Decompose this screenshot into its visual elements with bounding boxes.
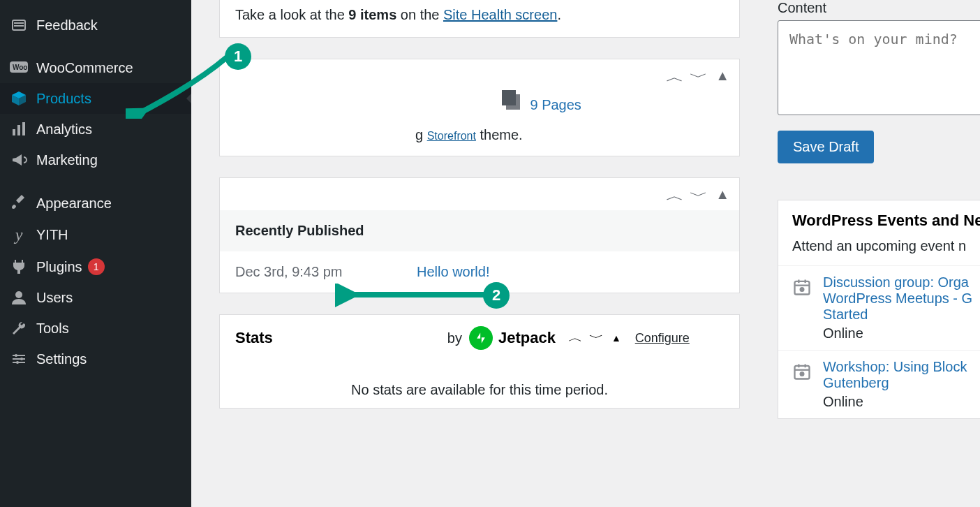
move-up-icon[interactable]: ︿	[666, 68, 684, 87]
panel-controls: ︿ ﹀ ▲	[668, 186, 729, 205]
plugin-update-badge: 1	[88, 258, 105, 275]
calendar-icon	[792, 362, 812, 380]
products-icon	[8, 90, 29, 107]
svg-rect-5	[13, 129, 15, 135]
sidebar-label: Tools	[36, 321, 69, 337]
wrench-icon	[8, 320, 29, 337]
events-panel: WordPress Events and New Attend an upcom…	[778, 200, 980, 419]
event-row: Workshop: Using Block Gutenberg Online	[778, 350, 980, 418]
users-icon	[8, 289, 29, 306]
plugin-icon	[8, 258, 29, 275]
megaphone-icon	[8, 152, 29, 168]
jetpack-brand: by Jetpack	[447, 326, 556, 350]
site-health-text-pre: Take a look at the	[235, 7, 348, 22]
settings-icon	[8, 351, 29, 367]
content-label: Content	[778, 0, 980, 16]
move-down-icon[interactable]: ﹀	[690, 186, 708, 205]
sidebar-item-analytics[interactable]: Analytics	[0, 114, 191, 145]
sidebar-label: WooCommerce	[36, 60, 133, 76]
site-health-link[interactable]: Site Health screen	[443, 7, 557, 22]
quick-draft-content[interactable]	[778, 20, 980, 115]
svg-rect-10	[13, 358, 25, 360]
svg-point-19	[801, 288, 804, 291]
svg-rect-7	[22, 122, 25, 135]
sidebar-item-products[interactable]: Products	[0, 83, 191, 114]
jetpack-icon	[469, 326, 493, 350]
configure-link[interactable]: Configure	[635, 331, 690, 346]
sidebar-label: Marketing	[36, 152, 98, 168]
event-row: Discussion group: Orga WordPress Meetups…	[778, 265, 980, 350]
svg-point-14	[16, 361, 19, 364]
brush-icon	[8, 195, 29, 212]
site-health-panel: Take a look at the 9 items on the Site H…	[219, 0, 740, 38]
sidebar-label: Settings	[36, 351, 87, 367]
sidebar-label: Products	[36, 91, 91, 107]
sidebar-label: YITH	[36, 227, 68, 243]
svg-text:Woo: Woo	[13, 64, 27, 71]
stats-title: Stats	[235, 329, 273, 347]
main-content: Take a look at the 9 items on the Site H…	[191, 0, 980, 507]
move-down-icon[interactable]: ﹀	[588, 331, 603, 346]
jetpack-label: Jetpack	[498, 329, 556, 347]
event-location: Online	[823, 325, 972, 341]
sidebar-item-feedback[interactable]: Feedback	[0, 10, 191, 41]
analytics-icon	[8, 121, 29, 138]
sidebar-item-settings[interactable]: Settings	[0, 344, 191, 374]
events-title: WordPress Events and New	[778, 200, 980, 238]
sidebar-label: Appearance	[36, 196, 112, 212]
admin-sidebar: Feedback Woo WooCommerce Products Analyt…	[0, 0, 191, 507]
pages-icon	[506, 94, 520, 110]
svg-rect-9	[13, 355, 25, 356]
svg-point-12	[15, 354, 17, 357]
sidebar-item-plugins[interactable]: Plugins 1	[0, 251, 191, 282]
recent-post-link[interactable]: Hello world!	[417, 264, 489, 280]
sidebar-item-yith[interactable]: y YITH	[0, 219, 191, 251]
move-down-icon[interactable]: ﹀	[690, 68, 708, 87]
svg-point-24	[801, 372, 804, 376]
svg-point-13	[20, 358, 23, 360]
svg-rect-6	[17, 125, 20, 135]
woo-icon: Woo	[8, 61, 29, 75]
save-draft-button[interactable]: Save Draft	[778, 131, 874, 163]
glance-panel: ︿ ﹀ ▲ 9 Pages g Storefront theme.	[219, 59, 740, 156]
calendar-icon	[792, 277, 812, 295]
sidebar-item-woocommerce[interactable]: Woo WooCommerce	[0, 53, 191, 83]
site-health-text-mid: on the	[396, 7, 443, 22]
recently-published-title: Recently Published	[220, 210, 739, 251]
site-health-text-post: .	[557, 7, 561, 22]
yith-icon: y	[8, 226, 29, 244]
pages-count-link[interactable]: 9 Pages	[530, 97, 581, 112]
annotation-marker-2: 2	[483, 282, 510, 309]
events-subtitle: Attend an upcoming event n	[778, 238, 980, 265]
toggle-panel-icon[interactable]: ▲	[611, 332, 621, 344]
event-link[interactable]: Workshop: Using Block Gutenberg	[823, 359, 967, 391]
move-up-icon[interactable]: ︿	[567, 331, 582, 346]
move-up-icon[interactable]: ︿	[666, 186, 684, 205]
activity-panel: ︿ ﹀ ▲ Recently Published Dec 3rd, 9:43 p…	[219, 177, 740, 293]
sidebar-label: Analytics	[36, 122, 92, 138]
sidebar-label: Plugins	[36, 259, 82, 275]
sidebar-label: Feedback	[36, 17, 98, 34]
site-health-count: 9 items	[348, 7, 396, 22]
theme-text-post: theme.	[476, 127, 523, 142]
event-location: Online	[823, 394, 967, 410]
stats-panel: Stats by Jetpack ︿ ﹀ ▲ Configure No stat…	[219, 314, 740, 409]
recent-post-date: Dec 3rd, 9:43 pm	[235, 264, 417, 280]
feedback-icon	[8, 17, 29, 34]
stats-empty: No stats are available for this time per…	[220, 361, 739, 408]
annotation-marker-1: 1	[225, 43, 251, 70]
theme-link[interactable]: Storefront	[427, 130, 476, 142]
sidebar-item-marketing[interactable]: Marketing	[0, 145, 191, 175]
toggle-panel-icon[interactable]: ▲	[715, 186, 729, 205]
panel-controls: ︿ ﹀ ▲	[668, 68, 729, 87]
theme-text-pre: g	[415, 127, 427, 142]
svg-point-8	[15, 291, 22, 298]
toggle-panel-icon[interactable]: ▲	[715, 68, 729, 87]
sidebar-item-users[interactable]: Users	[0, 282, 191, 313]
event-link[interactable]: Discussion group: Orga WordPress Meetups…	[823, 274, 972, 323]
sidebar-label: Users	[36, 290, 73, 306]
sidebar-item-appearance[interactable]: Appearance	[0, 188, 191, 219]
sidebar-item-tools[interactable]: Tools	[0, 313, 191, 344]
